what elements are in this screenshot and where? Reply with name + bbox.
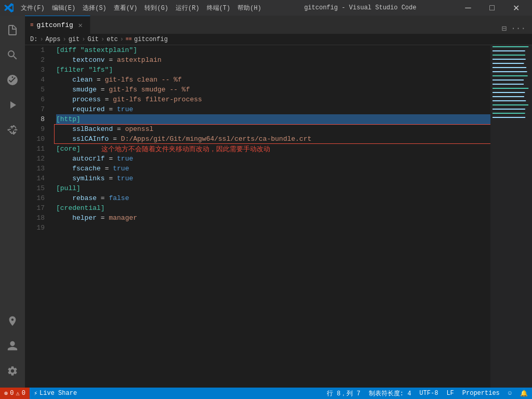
run-debug-icon[interactable]	[0, 92, 25, 117]
menu-run[interactable]: 运行(R)	[172, 3, 203, 14]
error-icon: ⊗	[4, 390, 8, 397]
split-editor-icon[interactable]: ⊟	[500, 23, 509, 34]
menu-view[interactable]: 查看(V)	[111, 3, 141, 14]
status-right: 行 8，列 7 制表符长度: 4 UTF-8 LF Properties ☺ 🔔	[323, 388, 532, 399]
window-title: gitconfig - Visual Studio Code	[269, 4, 452, 11]
line-ending[interactable]: LF	[442, 388, 458, 399]
close-button[interactable]: ✕	[504, 0, 528, 16]
tabs-bar: ≡ gitconfig ✕ ⊟ ···	[25, 16, 532, 34]
code-line-9: sslBackend = openssl	[56, 124, 490, 134]
live-share-icon: ⚡	[34, 390, 37, 397]
title-bar: 文件(F) 编辑(E) 选择(S) 查看(V) 转到(G) 运行(R) 终端(T…	[0, 0, 532, 16]
breadcrumb-Git[interactable]: Git	[87, 36, 99, 43]
editor-area: ≡ gitconfig ✕ ⊟ ··· D: › Apps › git › Gi…	[25, 16, 532, 388]
code-line: [filter "lfs"]	[56, 65, 490, 75]
breadcrumb-file-icon: ≡≡	[126, 36, 132, 42]
status-bar: ⊗ 0 ⚠ 0 ⚡ ⚡ Live Share Live Share 行 8，列 …	[0, 388, 532, 399]
menu-bar: 文件(F) 编辑(E) 选择(S) 查看(V) 转到(G) 运行(R) 终端(T…	[18, 3, 264, 14]
search-icon[interactable]	[0, 43, 25, 68]
code-line: required = true	[56, 104, 490, 114]
breadcrumb-apps[interactable]: Apps	[46, 36, 61, 43]
window-controls: ─ □ ✕	[456, 0, 528, 16]
menu-goto[interactable]: 转到(G)	[141, 3, 171, 14]
line-numbers: 1 2 3 4 5 6 7 8 9 10 11 12 13 14 15 16 1…	[25, 45, 51, 388]
tab-gitconfig[interactable]: ≡ gitconfig ✕	[25, 16, 90, 34]
live-share-button[interactable]: ⚡ ⚡ Live Share Live Share	[30, 388, 81, 399]
extensions-icon[interactable]	[0, 117, 25, 142]
code-line: rebase = false	[56, 193, 490, 203]
breadcrumb-etc[interactable]: etc	[107, 36, 118, 43]
code-line: [diff "astextplain"]	[56, 45, 490, 55]
more-actions-icon[interactable]: ···	[509, 24, 528, 33]
encoding[interactable]: UTF-8	[415, 388, 442, 399]
code-line	[56, 223, 490, 233]
code-line: autocrlf = true	[56, 154, 490, 164]
code-line: symlinks = true	[56, 174, 490, 183]
bell-icon: 🔔	[520, 390, 528, 397]
code-line: [core] 这个地方不会随着文件夹移动而改动，因此需要手动改动	[56, 144, 490, 154]
code-line: smudge = git-lfs smudge -- %f	[56, 85, 490, 95]
minimap	[490, 45, 532, 388]
code-line: [credential]	[56, 203, 490, 213]
code-line: clean = git-lfs clean -- %f	[56, 75, 490, 85]
feedback-icon[interactable]: ☺	[504, 388, 516, 399]
language-label: Properties	[462, 390, 500, 397]
smiley-icon: ☺	[508, 390, 512, 397]
code-line: fscache = true	[56, 164, 490, 174]
code-line: textconv = astextplain	[56, 55, 490, 65]
menu-help[interactable]: 帮助(H)	[234, 3, 264, 14]
row-col-label: 行 8，列 7	[327, 389, 361, 398]
tab-size-label: 制表符长度: 4	[369, 389, 411, 398]
tab-label: gitconfig	[37, 21, 73, 29]
warning-icon: ⚠	[16, 390, 19, 397]
editor: 1 2 3 4 5 6 7 8 9 10 11 12 13 14 15 16 1…	[25, 45, 532, 388]
code-line-10: sslCAInfo = D:/Apps/git/Git/mingw64/ssl/…	[56, 134, 490, 144]
code-line-8: [http]	[56, 114, 490, 124]
code-line: helper = manager	[56, 213, 490, 223]
explorer-icon[interactable]	[0, 18, 25, 43]
breadcrumb-gitconfig[interactable]: gitconfig	[134, 36, 168, 43]
cursor-position[interactable]: 行 8，列 7	[323, 388, 365, 399]
annotation-text: 这个地方不会随着文件夹移动而改动，因此需要手动改动	[101, 144, 270, 154]
notifications-icon[interactable]: 🔔	[516, 388, 532, 399]
remote-icon[interactable]	[0, 309, 25, 334]
status-errors[interactable]: ⊗ 0 ⚠ 0	[0, 388, 30, 399]
tab-close-button[interactable]: ✕	[76, 21, 85, 29]
code-block-highlighted: sslBackend = openssl sslCAInfo = D:/Apps…	[56, 124, 490, 144]
activity-bar-bottom	[0, 309, 25, 383]
warning-count: 0	[22, 390, 25, 397]
main-layout: ≡ gitconfig ✕ ⊟ ··· D: › Apps › git › Gi…	[0, 16, 532, 388]
code-line: process = git-lfs filter-process	[56, 95, 490, 104]
language-mode[interactable]: Properties	[458, 388, 504, 399]
breadcrumb-git[interactable]: git	[69, 36, 80, 43]
tab-size[interactable]: 制表符长度: 4	[365, 388, 416, 399]
code-line: [pull]	[56, 183, 490, 193]
menu-terminal[interactable]: 终端(T)	[204, 3, 234, 14]
line-ending-label: LF	[446, 390, 454, 397]
code-editor[interactable]: [diff "astextplain"] textconv = astextpl…	[51, 45, 490, 388]
minimize-button[interactable]: ─	[456, 0, 480, 16]
account-icon[interactable]	[0, 334, 25, 358]
maximize-button[interactable]: □	[480, 0, 504, 16]
vscode-icon	[4, 3, 14, 12]
menu-file[interactable]: 文件(F)	[18, 3, 48, 14]
activity-bar	[0, 16, 25, 388]
settings-icon[interactable]	[0, 358, 25, 383]
breadcrumb-d[interactable]: D:	[30, 36, 37, 43]
error-count: 0	[10, 390, 14, 397]
menu-edit[interactable]: 编辑(E)	[49, 3, 79, 14]
encoding-label: UTF-8	[419, 390, 438, 397]
source-control-icon[interactable]	[0, 68, 25, 92]
breadcrumb: D: › Apps › git › Git › etc › ≡≡ gitconf…	[25, 34, 532, 45]
menu-select[interactable]: 选择(S)	[79, 3, 110, 14]
tab-icon: ≡	[30, 22, 34, 28]
